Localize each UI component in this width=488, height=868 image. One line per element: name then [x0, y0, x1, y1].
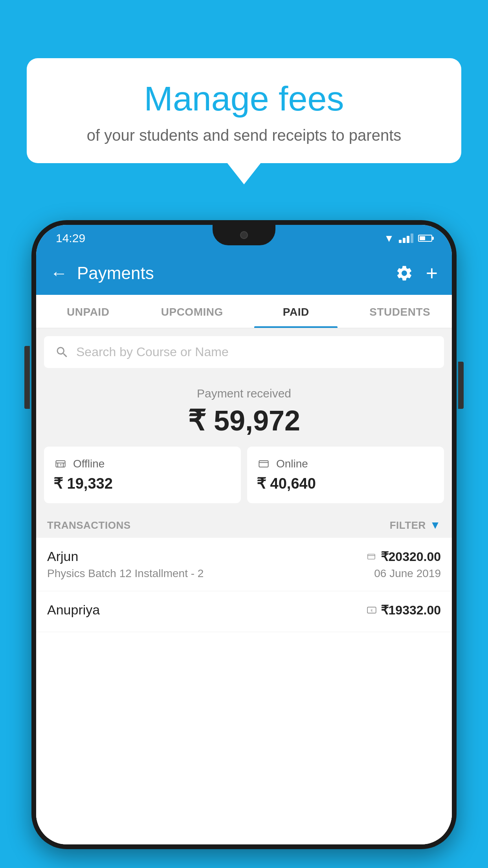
- search-bar[interactable]: Search by Course or Name: [44, 336, 444, 368]
- wifi-icon: ▼: [384, 232, 394, 245]
- phone-wrapper: 14:29 ▼: [31, 220, 457, 849]
- cash-icon: ₹: [53, 458, 68, 469]
- transaction-name: Anupriya: [47, 602, 100, 618]
- svg-rect-2: [259, 461, 268, 467]
- battery-icon: [418, 235, 432, 242]
- svg-text:₹: ₹: [60, 463, 62, 467]
- app-bar-icons: +: [395, 263, 438, 283]
- tab-paid[interactable]: PAID: [244, 295, 348, 328]
- svg-rect-4: [367, 554, 374, 559]
- status-time: 14:29: [56, 232, 85, 245]
- card-icon: [257, 458, 271, 469]
- tab-upcoming[interactable]: UPCOMING: [140, 295, 244, 328]
- search-icon: [55, 345, 69, 359]
- speech-bubble: Manage fees of your students and send re…: [27, 58, 461, 163]
- filter-label: FILTER: [390, 519, 426, 531]
- transaction-name: Arjun: [47, 549, 78, 564]
- transaction-course: Physics Batch 12 Installment - 2: [47, 567, 204, 580]
- phone-screen: 14:29 ▼: [36, 225, 452, 844]
- offline-payment-card: ₹ Offline ₹ 19,332: [44, 447, 241, 503]
- content-area: Search by Course or Name Payment receive…: [36, 328, 452, 844]
- rupee-icon: ₹: [367, 605, 377, 615]
- phone-device: 14:29 ▼: [31, 220, 457, 849]
- payment-cards: ₹ Offline ₹ 19,332: [36, 447, 452, 511]
- table-row[interactable]: Arjun ₹20320.00 Physic: [36, 538, 452, 591]
- transaction-date: 06 June 2019: [374, 567, 441, 580]
- settings-icon[interactable]: [395, 264, 413, 282]
- app-title: Payments: [77, 263, 395, 283]
- filter-icon: ▼: [430, 519, 441, 531]
- online-label: Online: [276, 458, 308, 470]
- speech-bubble-arrow: [227, 162, 261, 184]
- status-icons: ▼: [384, 232, 432, 245]
- back-button[interactable]: ←: [50, 263, 68, 283]
- filter-button[interactable]: FILTER ▼: [390, 519, 441, 531]
- online-payment-card: Online ₹ 40,640: [247, 447, 444, 503]
- tabs: UNPAID UPCOMING PAID STUDENTS: [36, 295, 452, 328]
- bubble-title: Manage fees: [50, 79, 438, 119]
- transaction-amount-wrap: ₹ ₹19332.00: [367, 603, 441, 618]
- tab-unpaid[interactable]: UNPAID: [36, 295, 140, 328]
- transaction-amount: ₹20320.00: [381, 549, 441, 564]
- add-icon[interactable]: +: [426, 263, 438, 283]
- background: Manage fees of your students and send re…: [0, 0, 488, 868]
- transaction-amount-wrap: ₹20320.00: [366, 549, 441, 564]
- notch: [213, 225, 275, 245]
- signal-icon: [399, 234, 413, 243]
- camera: [240, 231, 248, 239]
- transaction-list: Arjun ₹20320.00 Physic: [36, 538, 452, 844]
- payment-received-section: Payment received ₹ 59,972: [36, 376, 452, 447]
- search-input[interactable]: Search by Course or Name: [76, 345, 229, 359]
- transaction-amount: ₹19332.00: [381, 603, 441, 618]
- app-bar: ← Payments +: [36, 252, 452, 295]
- offline-label: Offline: [73, 458, 105, 470]
- svg-text:₹: ₹: [371, 609, 373, 613]
- payment-card-icon: [366, 552, 377, 561]
- transactions-label: TRANSACTIONS: [47, 519, 131, 531]
- tab-students[interactable]: STUDENTS: [348, 295, 452, 328]
- transactions-header: TRANSACTIONS FILTER ▼: [36, 511, 452, 538]
- bubble-subtitle: of your students and send receipts to pa…: [50, 127, 438, 144]
- offline-amount: ₹ 19,332: [53, 475, 231, 492]
- table-row[interactable]: Anupriya ₹ ₹19332.00: [36, 591, 452, 632]
- online-amount: ₹ 40,640: [257, 475, 435, 492]
- payment-received-label: Payment received: [44, 387, 444, 400]
- payment-total-amount: ₹ 59,972: [44, 404, 444, 437]
- speech-bubble-wrapper: Manage fees of your students and send re…: [27, 58, 461, 184]
